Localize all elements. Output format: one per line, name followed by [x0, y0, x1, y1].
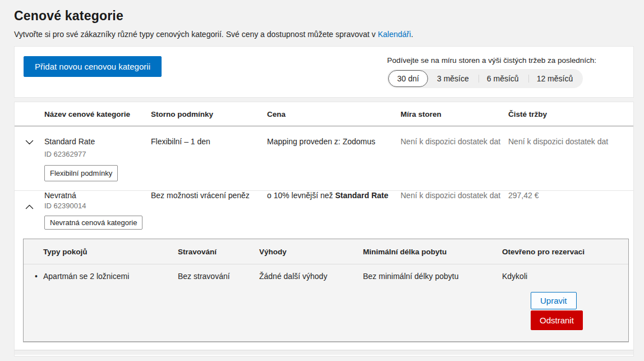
delete-button[interactable]: Odstranit [531, 310, 583, 330]
cell-price: o 10% levnější než Standard Rate [267, 191, 401, 230]
header-cancellation-rate: Míra storen [401, 110, 508, 118]
cell-price: Mapping proveden z: Zodomus [267, 126, 401, 181]
period-selector-label: Podívejte se na míru storen a výši čistý… [387, 56, 596, 65]
cell-net-revenue: Není k dispozici dostatek dat [508, 126, 633, 181]
header-min-stay: Minimální délka pobytu [363, 248, 502, 256]
edit-button[interactable]: Upravit [531, 292, 577, 309]
period-option-30-days[interactable]: 30 dní [388, 70, 428, 87]
page-subtitle: Vytvořte si pro své zákazníky různé typy… [14, 30, 630, 39]
price-relation-reference-rate: Standard Rate [335, 191, 388, 200]
cell-benefits: Žádné další výhody [259, 264, 363, 281]
table-header-row: Název cenové kategorie Storno podmínky C… [15, 102, 633, 126]
subtitle-period: . [411, 30, 413, 39]
cell-min-stay: Bez minimální délky pobytu [363, 264, 502, 281]
cell-meals: Bez stravování [178, 264, 259, 281]
header-benefits: Výhody [259, 248, 363, 256]
panel-action-buttons: Upravit Odstranit [531, 292, 628, 330]
table-row-nonrefundable: Nevratná ID 62390014 Nevratná cenová kat… [15, 191, 633, 342]
header-net-revenue: Čisté tržby [508, 110, 633, 118]
header-meals: Stravování [178, 248, 259, 256]
chevron-up-icon [25, 204, 34, 209]
cell-open-for-booking: Kdykoli [502, 264, 628, 281]
period-option-12-months[interactable]: 12 měsíců [528, 70, 582, 87]
period-option-6-months[interactable]: 6 měsíců [478, 70, 528, 87]
period-selector-block: Podívejte se na míru storen a výši čistý… [387, 56, 596, 88]
rate-conditions-badge: Flexibilní podmínky [44, 165, 118, 181]
table-row-nonrefundable-summary: Nevratná ID 62390014 Nevratná cenová kat… [15, 191, 633, 230]
subtitle-text: Vytvořte si pro své zákazníky různé typy… [14, 30, 378, 39]
table-row-standard-rate: Standard Rate ID 62362977 Flexibilní pod… [15, 126, 633, 191]
rate-id: ID 62362977 [44, 149, 151, 159]
rate-conditions-badge: Nevratná cenová kategorie [44, 216, 142, 230]
price-relation-text: o 10% levnější než [267, 191, 335, 200]
cell-room-type: Apartmán se 2 ložnicemi [43, 264, 178, 281]
page-title: Cenové kategorie [14, 8, 630, 24]
details-data-row: Apartmán se 2 ložnicemi Bez stravování Ž… [24, 264, 628, 281]
header-price: Cena [267, 110, 401, 118]
header-open-for-booking: Otevřeno pro rezervaci [502, 248, 628, 256]
period-option-3-months[interactable]: 3 měsíce [428, 70, 478, 87]
header-cancellation-policy: Storno podmínky [151, 110, 267, 118]
rate-plan-details-panel: Typy pokojů Stravování Výhody Minimální … [23, 239, 629, 342]
expand-toggle-standard-rate[interactable] [15, 126, 44, 181]
rate-plans-table: Název cenové kategorie Storno podmínky C… [14, 102, 634, 357]
toolbar-card: Přidat novou cenovou kategorii Podívejte… [14, 46, 634, 98]
cell-cancellation-policy: Flexibilní – 1 den [151, 126, 267, 181]
rate-name: Standard Rate [44, 136, 151, 147]
cell-cancellation-rate: Není k dispozici dostatek dat [401, 191, 508, 230]
cell-cancellation-rate: Není k dispozici dostatek dat [401, 126, 508, 181]
rate-name: Nevratná [44, 191, 151, 200]
add-rate-plan-button[interactable]: Přidat novou cenovou kategorii [24, 56, 162, 77]
cell-cancellation-policy: Bez možnosti vrácení peněz [151, 191, 267, 230]
table-footer-strip [15, 350, 633, 355]
cell-rate-name: Nevratná ID 62390014 Nevratná cenová kat… [44, 191, 151, 230]
header-rate-name: Název cenové kategorie [44, 110, 151, 118]
details-header-row: Typy pokojů Stravování Výhody Minimální … [24, 239, 628, 264]
calendar-link[interactable]: Kalendáři [378, 30, 411, 39]
cell-net-revenue: 297,42 € [508, 191, 633, 230]
collapse-toggle-nonrefundable[interactable] [15, 191, 44, 230]
period-segmented-control: 30 dní 3 měsíce 6 měsíců 12 měsíců [387, 69, 583, 88]
header-room-types: Typy pokojů [43, 248, 178, 256]
chevron-down-icon [25, 140, 34, 145]
cell-rate-name: Standard Rate ID 62362977 Flexibilní pod… [44, 126, 151, 181]
page-header: Cenové kategorie Vytvořte si pro své zák… [0, 0, 644, 39]
rate-id: ID 62390014 [44, 202, 151, 210]
